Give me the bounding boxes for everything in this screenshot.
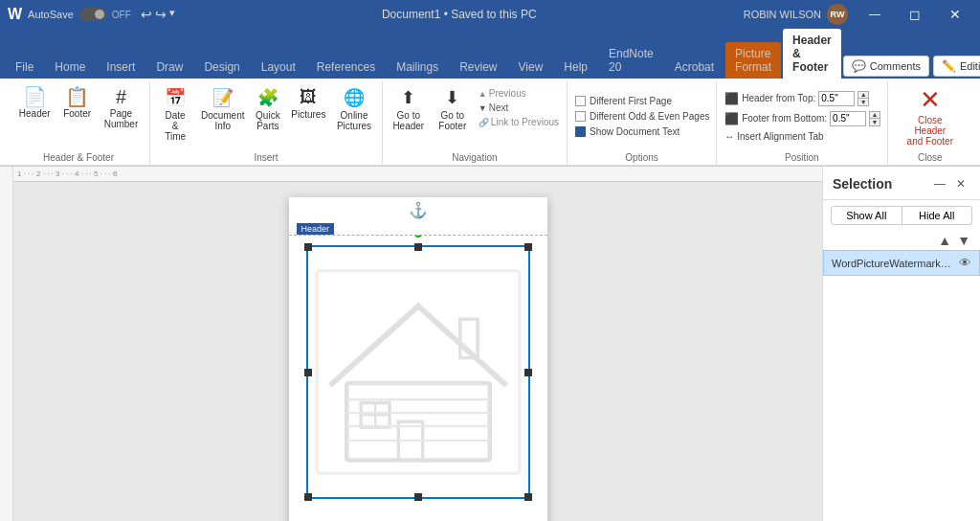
tab-draw[interactable]: Draw	[146, 56, 192, 79]
tab-insert[interactable]: Insert	[97, 56, 145, 79]
selection-panel-collapse-button[interactable]: —	[930, 174, 949, 193]
item-visibility-icon[interactable]: 👁	[959, 256, 971, 270]
comments-button[interactable]: 💬 Comments	[843, 56, 929, 77]
alignment-tab-icon: ↔	[724, 131, 734, 142]
tab-review[interactable]: Review	[450, 56, 506, 79]
sort-down-button[interactable]: ▼	[955, 233, 972, 248]
house-watermark	[308, 247, 528, 497]
doc-info-icon: 📝	[212, 87, 234, 108]
title-bar: W AutoSave OFF ↩ ↪ ▾ Document1 • Saved t…	[0, 0, 980, 29]
go-to-header-button[interactable]: ⬆ Go toHeader	[389, 83, 429, 135]
tab-references[interactable]: References	[307, 56, 385, 79]
header-label-tag: Header	[297, 223, 335, 235]
tab-layout[interactable]: Layout	[252, 56, 305, 79]
footer-pos-down-button[interactable]: ▼	[869, 119, 880, 126]
navigation-group: ⬆ Go toHeader ⬇ Go toFooter ▲ Previous ▼…	[383, 81, 568, 165]
sort-controls: ▲ ▼	[823, 231, 980, 250]
position-group: ⬛ Header from Top: ▲ ▼ ⬛ Footer from Bot…	[717, 81, 887, 165]
pictures-icon: 🖼	[300, 87, 317, 107]
sort-up-button[interactable]: ▲	[936, 233, 953, 248]
edit-icon: ✏️	[942, 59, 956, 73]
redo-button[interactable]: ↪	[155, 7, 167, 22]
show-doc-text-option[interactable]: Show Document Text	[575, 125, 708, 138]
date-time-button[interactable]: 📅 Date &Time	[156, 83, 194, 146]
tab-header-footer[interactable]: Header & Footer	[783, 29, 841, 79]
horizontal-ruler: 1 · · · 2 · · · 3 · · · 4 · · · 5 · · · …	[13, 167, 822, 182]
document-info-button[interactable]: 📝 DocumentInfo	[196, 83, 249, 135]
editing-button[interactable]: ✏️ Editing ▾	[933, 56, 980, 77]
go-to-footer-button[interactable]: ⬇ Go toFooter	[434, 83, 471, 135]
link-to-previous-button[interactable]: 🔗 Link to Previous	[477, 116, 561, 128]
footer-button[interactable]: 📋 Footer	[57, 83, 97, 123]
tab-endnote[interactable]: EndNote 20	[599, 42, 663, 79]
pictures-button[interactable]: 🖼 Pictures	[286, 83, 330, 124]
selection-items-list: WordPictureWatermark710... 👁	[823, 250, 980, 521]
hide-all-button[interactable]: Hide All	[902, 206, 973, 225]
watermark-container[interactable]	[306, 245, 530, 499]
diff-odd-even-checkbox[interactable]	[575, 111, 586, 122]
header-pos-down-button[interactable]: ▼	[858, 99, 869, 106]
ribbon-tabs: File Home Insert Draw Design Layout Refe…	[0, 29, 980, 79]
footer-pos-icon: ⬛	[724, 112, 739, 125]
insert-alignment-tab-button[interactable]: ↔ Insert Alignment Tab	[724, 130, 879, 143]
selection-panel-close-button[interactable]: ✕	[951, 174, 970, 193]
close-header-footer-button[interactable]: ✕ Close Headerand Footer	[894, 81, 967, 150]
maximize-button[interactable]: ◻	[898, 0, 932, 29]
undo-button[interactable]: ↩	[141, 7, 152, 22]
footer-icon: 📋	[65, 87, 89, 106]
footer-from-bottom-input[interactable]	[830, 111, 866, 126]
header-from-top-input[interactable]	[818, 91, 855, 106]
date-icon: 📅	[165, 87, 186, 108]
previous-nav-button[interactable]: ▲ Previous	[477, 87, 561, 100]
footer-pos-up-button[interactable]: ▲	[869, 111, 880, 119]
doc-title: Document1 • Saved to this PC	[181, 8, 738, 21]
ribbon-area: File Home Insert Draw Design Layout Refe…	[0, 29, 980, 167]
quick-parts-icon: 🧩	[257, 87, 278, 108]
header-pos-up-button[interactable]: ▲	[858, 91, 869, 99]
close-button[interactable]: ✕	[938, 0, 972, 29]
user-area: ROBIN WILSON RW	[744, 4, 848, 25]
go-to-footer-icon: ⬇	[445, 87, 459, 108]
show-all-button[interactable]: Show All	[831, 206, 902, 225]
tab-help[interactable]: Help	[554, 56, 597, 79]
diff-first-page-checkbox[interactable]	[575, 96, 586, 106]
close-hf-icon: ✕	[920, 85, 941, 115]
main-area: 1 · · · 2 · · · 3 · · · 4 · · · 5 · · · …	[0, 167, 980, 521]
online-pictures-button[interactable]: 🌐 OnlinePictures	[332, 83, 376, 135]
ribbon-content: 📄 Header 📋 Footer # PageNumber Header & …	[0, 79, 980, 166]
tab-home[interactable]: Home	[45, 56, 95, 79]
next-nav-button[interactable]: ▼ Next	[477, 102, 561, 114]
page-body	[289, 236, 547, 513]
quick-parts-button[interactable]: 🧩 QuickParts	[251, 83, 284, 135]
handle-rotate[interactable]	[414, 236, 422, 238]
tab-mailings[interactable]: Mailings	[387, 56, 448, 79]
selection-item[interactable]: WordPictureWatermark710... 👁	[823, 250, 980, 276]
more-tools-button[interactable]: ▾	[169, 7, 175, 22]
page-header-area[interactable]: ⚓ Header	[289, 197, 547, 236]
document-page: ⚓ Header	[289, 197, 547, 521]
tab-design[interactable]: Design	[194, 56, 249, 79]
tab-file[interactable]: File	[6, 56, 43, 79]
diff-first-page-option[interactable]: Different First Page	[575, 95, 708, 107]
autosave-toggle[interactable]	[79, 8, 106, 21]
online-pictures-icon: 🌐	[344, 87, 365, 108]
selection-panel-header: Selection — ✕	[823, 167, 980, 200]
header-footer-group: 📄 Header 📋 Footer # PageNumber Header & …	[8, 81, 150, 165]
avatar[interactable]: RW	[827, 4, 848, 25]
page-number-button[interactable]: # PageNumber	[99, 83, 144, 133]
word-icon: W	[8, 6, 22, 23]
minimize-button[interactable]: —	[858, 0, 892, 29]
header-icon: 📄	[23, 87, 47, 106]
link-icon: 🔗	[479, 118, 489, 127]
page-scroll-area[interactable]: ⚓ Header	[13, 182, 822, 521]
go-to-header-icon: ⬆	[401, 87, 415, 108]
diff-odd-even-option[interactable]: Different Odd & Even Pages	[575, 110, 708, 123]
tab-acrobat[interactable]: Acrobat	[665, 56, 724, 79]
tab-view[interactable]: View	[509, 56, 553, 79]
left-ruler	[0, 167, 13, 521]
header-from-top-row: ⬛ Header from Top: ▲ ▼	[724, 90, 879, 107]
tab-picture-format[interactable]: Picture Format	[725, 42, 781, 79]
header-button[interactable]: 📄 Header	[13, 83, 56, 123]
show-doc-text-checkbox[interactable]	[575, 126, 586, 137]
selection-panel: Selection — ✕ Show All Hide All ▲ ▼ Word…	[822, 167, 980, 521]
